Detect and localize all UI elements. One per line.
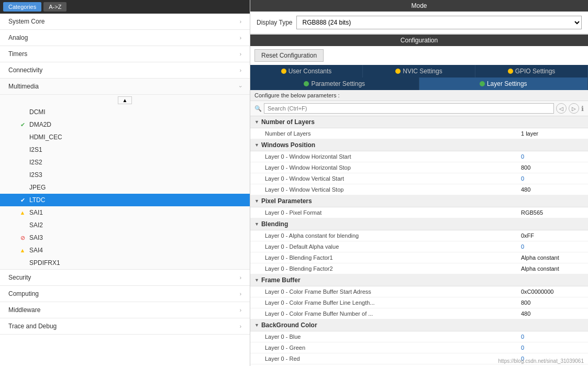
collapse-arrow-icon: ▼ — [254, 119, 259, 125]
sidebar-header: Categories A->Z — [0, 0, 250, 14]
chevron-right-icon: › — [240, 19, 241, 25]
param-row: Layer 0 - Window Vertical Start 0 — [250, 173, 588, 184]
mode-header: Mode — [250, 0, 588, 12]
param-value: 0xFF — [521, 232, 584, 239]
tab-az[interactable]: A->Z — [43, 2, 66, 12]
sidebar-item-security[interactable]: Security › — [0, 270, 250, 286]
param-value: 480 — [521, 186, 584, 193]
param-value: Alpha constant — [521, 265, 584, 272]
sub-item-i2s2[interactable]: I2S2 — [0, 156, 250, 169]
sub-item-hdmi-cec[interactable]: HDMI_CEC — [0, 131, 250, 143]
param-value: 800 — [521, 164, 584, 171]
sub-item-sai3[interactable]: ⊘ SAI3 — [0, 231, 250, 244]
param-label: Layer 0 - Window Horizontal Start — [265, 153, 521, 160]
sub-item-label: SAI2 — [29, 221, 43, 229]
param-label: Layer 0 - Color Frame Buffer Number of .… — [265, 310, 521, 317]
param-row: Number of Layers 1 layer — [250, 128, 588, 139]
chevron-right-icon: › — [240, 307, 241, 313]
dot-yellow-icon — [281, 69, 286, 74]
scroll-up-button[interactable]: ▲ — [118, 96, 132, 104]
sub-item-label: SPDIFRX1 — [29, 259, 60, 267]
sidebar-item-analog[interactable]: Analog › — [0, 30, 250, 46]
tab-categories[interactable]: Categories — [3, 2, 41, 12]
sub-item-label: LTDC — [29, 196, 45, 204]
tab-user-constants[interactable]: User Constants — [250, 65, 363, 77]
group-header-frame-buffer[interactable]: ▼ Frame Buffer — [250, 274, 588, 286]
dot-yellow-icon — [508, 69, 513, 74]
sidebar-item-multimedia[interactable]: Multimedia › — [0, 79, 250, 95]
watermark: https://blog.csdn.net/sinat_31039061 — [498, 358, 584, 364]
sidebar-item-label: Connectivity — [8, 66, 42, 74]
status-icon-dma2d: ✔ — [19, 121, 26, 128]
group-header-pixel-parameters[interactable]: ▼ Pixel Parameters — [250, 195, 588, 207]
param-value: 0 — [521, 345, 584, 351]
params-area: ▼ Number of Layers Number of Layers 1 la… — [250, 116, 588, 366]
multimedia-sub-list: DCMI ✔ DMA2D HDMI_CEC I2S1 I2S2 I2S3 — [0, 106, 250, 270]
param-value: 800 — [521, 300, 584, 306]
info-button[interactable]: ℹ — [581, 105, 584, 113]
tab-gpio-settings[interactable]: GPIO Settings — [475, 65, 588, 77]
chevron-right-icon: › — [240, 68, 241, 73]
search-input[interactable] — [264, 103, 554, 114]
sidebar-item-label: Security — [8, 274, 31, 281]
sidebar-item-label: System Core — [8, 18, 45, 25]
display-type-select[interactable]: RGB888 (24 bits) RGB565 (16 bits) RGB444… — [296, 16, 582, 29]
tab-layer-settings[interactable]: Layer Settings — [419, 77, 589, 90]
sub-item-dcmi[interactable]: DCMI — [0, 106, 250, 118]
sidebar-item-label: Trace and Debug — [8, 323, 57, 330]
dot-green-icon — [480, 81, 485, 86]
group-header-number-of-layers[interactable]: ▼ Number of Layers — [250, 116, 588, 128]
sub-item-dma2d[interactable]: ✔ DMA2D — [0, 118, 250, 131]
tab-label: User Constants — [289, 68, 332, 75]
param-row: Layer 0 - Alpha constant for blending 0x… — [250, 230, 588, 241]
param-label: Layer 0 - Default Alpha value — [265, 243, 521, 250]
sidebar-item-label: Analog — [8, 34, 28, 41]
sub-item-ltdc[interactable]: ✔ LTDC — [0, 194, 250, 206]
collapse-arrow-icon: ▼ — [254, 278, 259, 283]
param-value: 0 — [521, 153, 584, 160]
sidebar-item-trace-debug[interactable]: Trace and Debug › — [0, 318, 250, 335]
group-header-blending[interactable]: ▼ Blending — [250, 218, 588, 230]
sub-item-spdifrx1[interactable]: SPDIFRX1 — [0, 257, 250, 269]
sub-item-sai4[interactable]: ▲ SAI4 — [0, 244, 250, 257]
sub-item-label: I2S3 — [29, 171, 42, 179]
param-label: Layer 0 - Window Horizontal Stop — [265, 164, 521, 171]
param-label: Layer 0 - Window Vertical Start — [265, 175, 521, 182]
sub-item-i2s1[interactable]: I2S1 — [0, 143, 250, 156]
group-header-windows-position[interactable]: ▼ Windows Position — [250, 139, 588, 151]
sub-item-sai1[interactable]: ▲ SAI1 — [0, 206, 250, 219]
status-icon-sai3: ⊘ — [19, 235, 26, 241]
param-value: 0xC0000000 — [521, 289, 584, 295]
chevron-down-icon: › — [238, 85, 243, 87]
sidebar-item-label: Computing — [8, 290, 39, 297]
tab-nvic-settings[interactable]: NVIC Settings — [363, 65, 475, 77]
tab-label: NVIC Settings — [403, 68, 442, 75]
tab-parameter-settings[interactable]: Parameter Settings — [250, 77, 419, 90]
param-value: Alpha constant — [521, 254, 584, 261]
chevron-right-icon: › — [240, 291, 241, 297]
sidebar-item-timers[interactable]: Timers › — [0, 46, 250, 62]
right-panel: Mode Display Type RGB888 (24 bits) RGB56… — [250, 0, 588, 366]
search-next-button[interactable]: ▷ — [569, 103, 579, 114]
sidebar-item-middleware[interactable]: Middleware › — [0, 302, 250, 318]
param-value: 0 — [521, 334, 584, 340]
sub-item-sai2[interactable]: SAI2 — [0, 219, 250, 231]
sub-item-jpeg[interactable]: JPEG — [0, 181, 250, 194]
chevron-right-icon: › — [240, 324, 241, 329]
sidebar-item-connectivity[interactable]: Connectivity › — [0, 62, 250, 79]
collapse-arrow-icon: ▼ — [254, 323, 259, 328]
search-prev-button[interactable]: ◁ — [556, 103, 567, 114]
group-header-background-color[interactable]: ▼ BackGround Color — [250, 319, 588, 331]
group-label: Number of Layers — [261, 118, 315, 126]
sidebar-item-computing[interactable]: Computing › — [0, 286, 250, 302]
sub-item-label: I2S1 — [29, 146, 42, 153]
sub-item-i2s3[interactable]: I2S3 — [0, 169, 250, 181]
sub-item-label: DCMI — [29, 108, 46, 116]
sidebar-item-system-core[interactable]: System Core › — [0, 14, 250, 30]
sub-item-label: JPEG — [29, 184, 46, 191]
sub-item-label: SAI1 — [29, 209, 43, 216]
reset-config-button[interactable]: Reset Configuration — [254, 49, 324, 62]
tab-label: Parameter Settings — [311, 80, 365, 87]
param-row: Layer 0 - Pixel Format RGB565 — [250, 207, 588, 218]
reset-btn-row: Reset Configuration — [250, 46, 588, 65]
